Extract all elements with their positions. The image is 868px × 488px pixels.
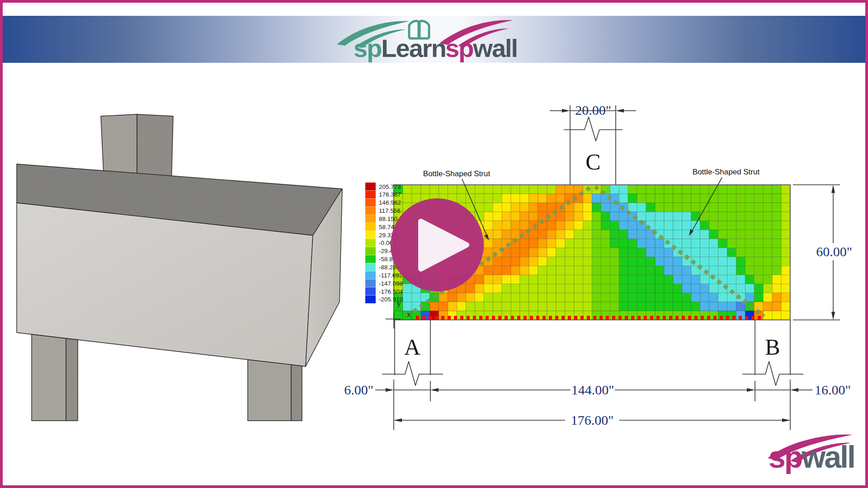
- contour-cell: [619, 194, 628, 203]
- contour-cell: [781, 266, 790, 275]
- contour-cell: [457, 185, 466, 194]
- contour-cell: [502, 230, 511, 239]
- contour-cell: [754, 239, 763, 248]
- contour-cell: [520, 275, 529, 284]
- contour-cell: [601, 266, 610, 275]
- contour-cell: [646, 203, 655, 212]
- contour-cell: [646, 239, 655, 248]
- contour-cell: [529, 293, 538, 302]
- contour-cell: [772, 284, 781, 293]
- contour-cell: [691, 248, 700, 257]
- contour-cell: [592, 203, 601, 212]
- contour-cell: [403, 284, 412, 293]
- contour-cell: [763, 257, 772, 266]
- contour-cell: [718, 230, 727, 239]
- contour-cell: [718, 212, 727, 221]
- legend-value: 205.773: [379, 183, 401, 190]
- contour-cell: [736, 203, 745, 212]
- contour-cell: [673, 302, 682, 311]
- contour-cell: [520, 212, 529, 221]
- contour-cell: [682, 194, 691, 203]
- contour-cell: [601, 212, 610, 221]
- contour-cell: [673, 257, 682, 266]
- contour-cell: [466, 284, 475, 293]
- contour-cell: [763, 266, 772, 275]
- contour-cell: [565, 212, 574, 221]
- contour-cell: [727, 185, 736, 194]
- contour-cell: [592, 266, 601, 275]
- contour-cell: [637, 185, 646, 194]
- contour-cell: [664, 266, 673, 275]
- contour-cell: [547, 221, 556, 230]
- contour-cell: [484, 284, 493, 293]
- contour-cell: [601, 248, 610, 257]
- contour-cell: [673, 194, 682, 203]
- contour-cell: [754, 185, 763, 194]
- contour-cell: [727, 275, 736, 284]
- contour-cell: [736, 194, 745, 203]
- dim-span: 144.00": [571, 382, 614, 397]
- contour-cell: [673, 284, 682, 293]
- contour-cell: [655, 203, 664, 212]
- legend-color-swatch: [365, 255, 376, 263]
- contour-cell: [727, 293, 736, 302]
- contour-cell: [574, 284, 583, 293]
- contour-cell: [619, 266, 628, 275]
- contour-cell: [475, 212, 484, 221]
- contour-cell: [637, 230, 646, 239]
- contour-cell: [718, 239, 727, 248]
- contour-cell: [583, 248, 592, 257]
- contour-cell: [709, 230, 718, 239]
- contour-cell: [655, 257, 664, 266]
- contour-cell: [538, 293, 547, 302]
- contour-cell: [745, 257, 754, 266]
- legend-color-swatch: [365, 223, 376, 230]
- contour-cell: [601, 284, 610, 293]
- contour-cell: [592, 257, 601, 266]
- contour-cell: [781, 230, 790, 239]
- contour-cell: [538, 194, 547, 203]
- contour-cell: [709, 212, 718, 221]
- play-button[interactable]: [391, 198, 484, 291]
- legend-color-swatch: [365, 247, 376, 255]
- contour-cell: [628, 239, 637, 248]
- contour-cell: [448, 302, 457, 311]
- contour-cell: [691, 284, 700, 293]
- contour-cell: [754, 257, 763, 266]
- contour-cell: [601, 239, 610, 248]
- contour-cell: [700, 257, 709, 266]
- contour-cell: [574, 221, 583, 230]
- contour-cell: [520, 248, 529, 257]
- contour-cell: [529, 203, 538, 212]
- contour-cell: [610, 248, 619, 257]
- contour-cell: [547, 185, 556, 194]
- contour-cell: [718, 194, 727, 203]
- contour-cell: [619, 302, 628, 311]
- contour-cell: [700, 239, 709, 248]
- contour-cell: [637, 194, 646, 203]
- contour-cell: [763, 284, 772, 293]
- contour-cell: [565, 239, 574, 248]
- contour-cell: [664, 221, 673, 230]
- contour-cell: [628, 284, 637, 293]
- contour-cell: [484, 275, 493, 284]
- contour-cell: [439, 302, 448, 311]
- contour-cell: [763, 239, 772, 248]
- contour-cell: [745, 275, 754, 284]
- contour-cell: [745, 284, 754, 293]
- contour-cell: [664, 275, 673, 284]
- bottle-shaped-strut-label-left: Bottle-Shaped Strut: [423, 169, 491, 178]
- contour-cell: [682, 239, 691, 248]
- contour-cell: [511, 194, 520, 203]
- contour-cell: [484, 239, 493, 248]
- contour-cell: [772, 293, 781, 302]
- contour-cell: [673, 203, 682, 212]
- spwall-footer-sp: sp: [769, 440, 802, 474]
- contour-cell: [610, 302, 619, 311]
- contour-cell: [772, 185, 781, 194]
- contour-cell: [709, 266, 718, 275]
- contour-cell: [592, 275, 601, 284]
- contour-cell: [574, 257, 583, 266]
- contour-cell: [745, 266, 754, 275]
- contour-cell: [547, 284, 556, 293]
